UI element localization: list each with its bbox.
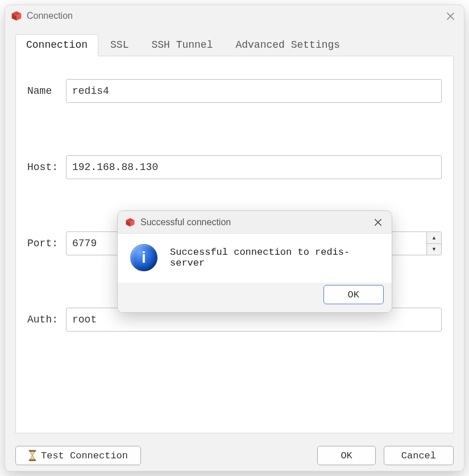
redis-cube-icon	[11, 10, 22, 22]
redis-cube-icon	[124, 217, 136, 228]
ok-button[interactable]: OK	[317, 446, 375, 465]
test-connection-button[interactable]: Test Connection	[15, 446, 141, 465]
success-dialog-body: i Successful connection to redis-server	[118, 234, 392, 283]
success-dialog-titlebar: Successful connection	[118, 211, 392, 234]
info-icon: i	[130, 244, 157, 271]
name-label: Name	[27, 85, 63, 97]
window-close-button[interactable]	[442, 8, 458, 24]
hourglass-icon	[28, 450, 36, 461]
titlebar: Connection	[5, 5, 464, 27]
tab-ssl[interactable]: SSL	[99, 34, 139, 56]
success-dialog-message: Successful connection to redis-server	[170, 247, 379, 268]
cancel-button[interactable]: Cancel	[384, 446, 454, 465]
port-label: Port:	[27, 238, 63, 249]
tabstrip: Connection SSL SSH Tunnel Advanced Setti…	[15, 34, 454, 56]
svg-rect-4	[29, 460, 36, 461]
tab-connection[interactable]: Connection	[15, 34, 98, 56]
success-dialog-ok-button[interactable]: OK	[323, 285, 384, 304]
dialog-footer: Test Connection OK Cancel	[15, 441, 454, 471]
tab-advanced-settings[interactable]: Advanced Settings	[225, 34, 351, 56]
auth-label: Auth:	[27, 314, 63, 325]
success-dialog: Successful connection i Successful conne…	[117, 210, 392, 313]
svg-rect-3	[29, 450, 36, 452]
success-dialog-title: Successful connection	[140, 217, 231, 227]
host-field[interactable]	[66, 155, 442, 179]
host-label: Host:	[27, 162, 63, 173]
success-dialog-close-button[interactable]	[370, 214, 386, 230]
window-title: Connection	[27, 11, 73, 21]
tab-ssh-tunnel[interactable]: SSH Tunnel	[140, 34, 223, 56]
port-spinner: ▲ ▼	[427, 231, 442, 255]
success-dialog-footer: OK	[118, 283, 392, 312]
port-step-up[interactable]: ▲	[427, 232, 441, 244]
name-field[interactable]	[66, 79, 442, 103]
test-connection-label: Test Connection	[41, 450, 128, 461]
port-step-down[interactable]: ▼	[427, 244, 441, 255]
